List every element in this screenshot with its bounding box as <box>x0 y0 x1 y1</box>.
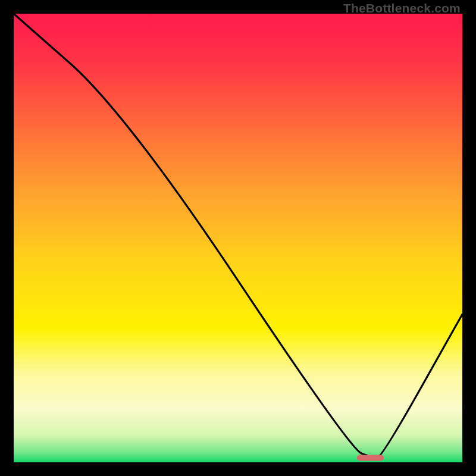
gradient-background <box>14 14 462 462</box>
chart-frame: TheBottleneck.com <box>0 0 476 476</box>
optimal-marker <box>357 455 384 461</box>
bottleneck-chart <box>14 14 462 462</box>
plot-area <box>14 14 462 462</box>
